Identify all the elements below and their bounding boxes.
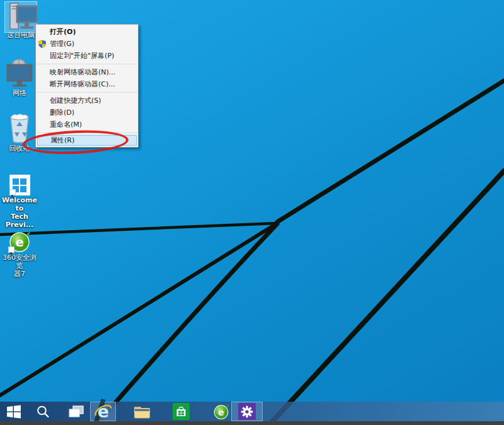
menu-item-disconnect-network-drive[interactable]: 断开网络驱动器(C)... xyxy=(36,78,138,90)
desktop-icon-label: Tech Previ... xyxy=(0,212,39,229)
menu-item-rename[interactable]: 重命名(M) xyxy=(36,119,138,131)
desktop: 这台电脑 网络 回收站 xyxy=(0,0,504,425)
menu-item-manage[interactable]: 管理(G) xyxy=(36,38,138,50)
taskbar-store[interactable] xyxy=(170,402,192,421)
shortcut-arrow-icon xyxy=(8,247,14,253)
taskbar-settings[interactable] xyxy=(231,402,263,421)
menu-separator xyxy=(37,132,137,133)
menu-item-pin-to-start[interactable]: 固定到"开始"屏幕(P) xyxy=(36,50,138,62)
internet-explorer-icon: e xyxy=(94,403,112,421)
menu-item-label: 管理(G) xyxy=(50,40,74,48)
desktop-icon-label: 网络 xyxy=(0,89,39,97)
task-view-icon xyxy=(69,405,84,418)
windows-logo-icon xyxy=(7,405,21,419)
taskbar: e xyxy=(0,402,504,421)
menu-separator xyxy=(37,64,137,64)
settings-icon xyxy=(238,403,256,420)
welcome-tile-icon xyxy=(9,175,30,195)
menu-item-map-network-drive[interactable]: 映射网络驱动器(N)... xyxy=(36,66,138,78)
store-icon xyxy=(173,403,190,420)
taskbar-360-browser[interactable]: e xyxy=(210,402,231,421)
network-icon xyxy=(3,58,36,88)
screenshot-bottom-border xyxy=(0,421,504,425)
svg-text:e: e xyxy=(15,235,24,250)
taskbar-internet-explorer[interactable]: e xyxy=(90,402,116,421)
context-menu: 打开(O) 管理(G) 固定到"开始"屏幕(P) 映射网络驱动器(N)... 断… xyxy=(35,24,139,148)
desktop-icon-360-browser[interactable]: e 360安全浏览 器7 xyxy=(0,230,39,278)
desktop-icon-this-pc[interactable]: 这台电脑 xyxy=(1,1,40,39)
start-button[interactable] xyxy=(4,402,24,421)
shortcut-arrow-icon xyxy=(9,189,16,195)
menu-item-create-shortcut[interactable]: 创建快捷方式(S) xyxy=(36,95,138,107)
desktop-icon-network[interactable]: 网络 xyxy=(0,58,39,97)
svg-text:e: e xyxy=(218,407,224,417)
recycle-bin-icon xyxy=(6,114,33,144)
360-browser-icon: e xyxy=(8,230,31,253)
task-view-button[interactable] xyxy=(66,402,87,421)
search-button[interactable] xyxy=(33,402,53,421)
menu-item-properties[interactable]: 属性(R) xyxy=(37,135,137,146)
desktop-icon-label: 回收站 xyxy=(0,144,39,153)
taskbar-file-explorer[interactable] xyxy=(130,402,153,421)
desktop-icon-label: Welcome to xyxy=(0,196,39,212)
this-pc-icon xyxy=(4,1,37,30)
desktop-icon-recycle-bin[interactable]: 回收站 xyxy=(0,114,39,153)
file-explorer-icon xyxy=(134,405,151,419)
desktop-icon-welcome[interactable]: Welcome to Tech Previ... xyxy=(0,175,39,229)
360-browser-icon: e xyxy=(213,404,229,420)
desktop-icon-label: 器7 xyxy=(0,270,39,278)
desktop-icon-label: 360安全浏览 xyxy=(0,253,39,270)
menu-item-delete[interactable]: 删除(D) xyxy=(36,107,138,119)
menu-separator xyxy=(37,92,137,93)
search-icon xyxy=(36,405,50,419)
menu-item-open[interactable]: 打开(O) xyxy=(36,26,138,38)
